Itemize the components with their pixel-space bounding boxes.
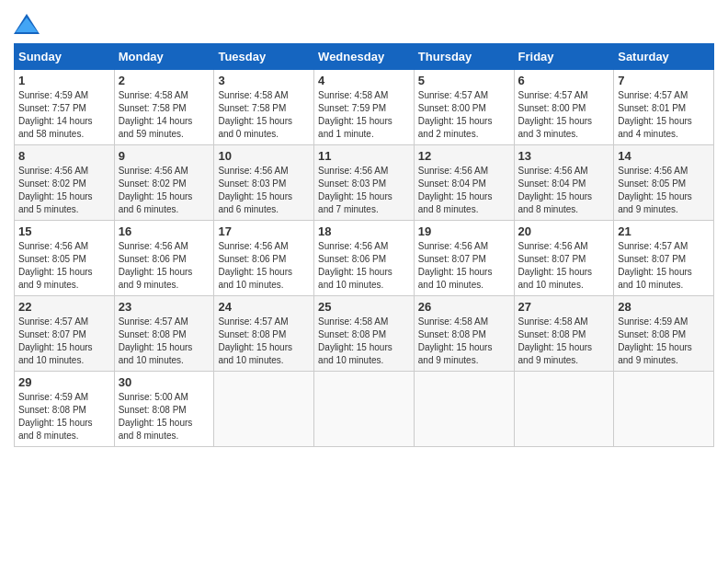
calendar-cell: 22Sunrise: 4:57 AM Sunset: 8:07 PM Dayli… <box>15 296 115 372</box>
day-number: 29 <box>18 375 110 389</box>
day-info: Sunrise: 4:56 AM Sunset: 8:06 PM Dayligh… <box>318 240 410 292</box>
day-number: 19 <box>418 224 510 238</box>
day-number: 13 <box>518 149 610 163</box>
day-number: 6 <box>518 74 610 87</box>
day-info: Sunrise: 4:58 AM Sunset: 7:59 PM Dayligh… <box>318 89 410 141</box>
day-number: 28 <box>618 300 710 314</box>
day-number: 2 <box>119 74 210 87</box>
day-number: 1 <box>18 74 110 87</box>
day-header-tuesday: Tuesday <box>214 44 314 70</box>
calendar-week-row: 22Sunrise: 4:57 AM Sunset: 8:07 PM Dayli… <box>15 296 714 372</box>
day-info: Sunrise: 4:59 AM Sunset: 7:57 PM Dayligh… <box>18 89 110 141</box>
day-header-sunday: Sunday <box>15 44 115 70</box>
day-number: 24 <box>218 300 310 314</box>
day-header-monday: Monday <box>114 44 214 70</box>
day-info: Sunrise: 4:58 AM Sunset: 8:08 PM Dayligh… <box>518 316 610 367</box>
day-number: 17 <box>218 224 310 238</box>
day-info: Sunrise: 4:58 AM Sunset: 8:08 PM Dayligh… <box>318 316 410 367</box>
calendar-cell <box>614 372 714 447</box>
calendar-cell: 8Sunrise: 4:56 AM Sunset: 8:02 PM Daylig… <box>15 145 115 221</box>
day-info: Sunrise: 4:57 AM Sunset: 8:01 PM Dayligh… <box>618 89 710 141</box>
day-number: 12 <box>418 149 510 163</box>
day-info: Sunrise: 4:57 AM Sunset: 8:00 PM Dayligh… <box>418 89 510 141</box>
calendar-cell: 13Sunrise: 4:56 AM Sunset: 8:04 PM Dayli… <box>514 145 614 221</box>
day-header-thursday: Thursday <box>414 44 514 70</box>
calendar-cell: 28Sunrise: 4:59 AM Sunset: 8:08 PM Dayli… <box>614 296 714 372</box>
day-number: 5 <box>418 74 510 87</box>
calendar-cell: 2Sunrise: 4:58 AM Sunset: 7:58 PM Daylig… <box>114 70 214 145</box>
calendar-cell: 5Sunrise: 4:57 AM Sunset: 8:00 PM Daylig… <box>414 70 514 145</box>
day-number: 25 <box>318 300 410 314</box>
day-number: 3 <box>218 74 310 87</box>
day-header-friday: Friday <box>514 44 614 70</box>
calendar-cell: 3Sunrise: 4:58 AM Sunset: 7:58 PM Daylig… <box>214 70 314 145</box>
day-info: Sunrise: 4:59 AM Sunset: 8:08 PM Dayligh… <box>618 316 710 367</box>
calendar-cell: 16Sunrise: 4:56 AM Sunset: 8:06 PM Dayli… <box>114 221 214 296</box>
day-info: Sunrise: 4:57 AM Sunset: 8:08 PM Dayligh… <box>119 316 210 367</box>
day-number: 4 <box>318 74 410 87</box>
calendar-cell: 6Sunrise: 4:57 AM Sunset: 8:00 PM Daylig… <box>514 70 614 145</box>
calendar-cell: 27Sunrise: 4:58 AM Sunset: 8:08 PM Dayli… <box>514 296 614 372</box>
day-info: Sunrise: 4:56 AM Sunset: 8:04 PM Dayligh… <box>418 165 510 216</box>
calendar-cell: 10Sunrise: 4:56 AM Sunset: 8:03 PM Dayli… <box>214 145 314 221</box>
days-header-row: SundayMondayTuesdayWednesdayThursdayFrid… <box>15 44 714 70</box>
calendar-cell: 21Sunrise: 4:57 AM Sunset: 8:07 PM Dayli… <box>614 221 714 296</box>
day-number: 26 <box>418 300 510 314</box>
day-number: 9 <box>119 149 210 163</box>
day-number: 10 <box>218 149 310 163</box>
calendar-cell <box>514 372 614 447</box>
logo <box>14 14 41 34</box>
day-info: Sunrise: 4:56 AM Sunset: 8:07 PM Dayligh… <box>518 240 610 292</box>
calendar-week-row: 8Sunrise: 4:56 AM Sunset: 8:02 PM Daylig… <box>15 145 714 221</box>
calendar-cell: 14Sunrise: 4:56 AM Sunset: 8:05 PM Dayli… <box>614 145 714 221</box>
calendar-cell: 29Sunrise: 4:59 AM Sunset: 8:08 PM Dayli… <box>15 372 115 447</box>
day-info: Sunrise: 4:56 AM Sunset: 8:02 PM Dayligh… <box>18 165 110 216</box>
day-number: 18 <box>318 224 410 238</box>
day-info: Sunrise: 4:56 AM Sunset: 8:06 PM Dayligh… <box>218 240 310 292</box>
calendar-cell: 15Sunrise: 4:56 AM Sunset: 8:05 PM Dayli… <box>15 221 115 296</box>
day-number: 27 <box>518 300 610 314</box>
calendar-cell: 7Sunrise: 4:57 AM Sunset: 8:01 PM Daylig… <box>614 70 714 145</box>
day-number: 11 <box>318 149 410 163</box>
calendar-cell: 24Sunrise: 4:57 AM Sunset: 8:08 PM Dayli… <box>214 296 314 372</box>
day-header-wednesday: Wednesday <box>314 44 415 70</box>
day-info: Sunrise: 4:57 AM Sunset: 8:00 PM Dayligh… <box>518 89 610 141</box>
day-number: 22 <box>18 300 110 314</box>
logo-icon <box>14 14 40 34</box>
day-number: 8 <box>18 149 110 163</box>
calendar-cell <box>214 372 314 447</box>
day-number: 15 <box>18 224 110 238</box>
day-number: 30 <box>119 375 210 389</box>
calendar-cell: 12Sunrise: 4:56 AM Sunset: 8:04 PM Dayli… <box>414 145 514 221</box>
calendar-cell: 4Sunrise: 4:58 AM Sunset: 7:59 PM Daylig… <box>314 70 415 145</box>
calendar-cell: 30Sunrise: 5:00 AM Sunset: 8:08 PM Dayli… <box>114 372 214 447</box>
day-info: Sunrise: 4:56 AM Sunset: 8:03 PM Dayligh… <box>218 165 310 216</box>
calendar-cell: 9Sunrise: 4:56 AM Sunset: 8:02 PM Daylig… <box>114 145 214 221</box>
day-number: 21 <box>618 224 710 238</box>
calendar-cell: 20Sunrise: 4:56 AM Sunset: 8:07 PM Dayli… <box>514 221 614 296</box>
day-info: Sunrise: 4:58 AM Sunset: 8:08 PM Dayligh… <box>418 316 510 367</box>
day-header-saturday: Saturday <box>614 44 714 70</box>
calendar-cell: 23Sunrise: 4:57 AM Sunset: 8:08 PM Dayli… <box>114 296 214 372</box>
calendar-cell: 11Sunrise: 4:56 AM Sunset: 8:03 PM Dayli… <box>314 145 415 221</box>
day-info: Sunrise: 4:56 AM Sunset: 8:02 PM Dayligh… <box>119 165 210 216</box>
calendar-cell: 17Sunrise: 4:56 AM Sunset: 8:06 PM Dayli… <box>214 221 314 296</box>
day-info: Sunrise: 4:56 AM Sunset: 8:05 PM Dayligh… <box>18 240 110 292</box>
day-info: Sunrise: 4:57 AM Sunset: 8:08 PM Dayligh… <box>218 316 310 367</box>
calendar-cell: 18Sunrise: 4:56 AM Sunset: 8:06 PM Dayli… <box>314 221 415 296</box>
day-info: Sunrise: 5:00 AM Sunset: 8:08 PM Dayligh… <box>119 391 210 442</box>
calendar-cell: 25Sunrise: 4:58 AM Sunset: 8:08 PM Dayli… <box>314 296 415 372</box>
calendar-cell: 1Sunrise: 4:59 AM Sunset: 7:57 PM Daylig… <box>15 70 115 145</box>
day-number: 7 <box>618 74 710 87</box>
day-info: Sunrise: 4:56 AM Sunset: 8:07 PM Dayligh… <box>418 240 510 292</box>
day-number: 14 <box>618 149 710 163</box>
day-number: 23 <box>119 300 210 314</box>
svg-marker-1 <box>16 17 38 32</box>
day-info: Sunrise: 4:59 AM Sunset: 8:08 PM Dayligh… <box>18 391 110 442</box>
calendar-cell <box>314 372 415 447</box>
day-info: Sunrise: 4:56 AM Sunset: 8:06 PM Dayligh… <box>119 240 210 292</box>
page-header <box>14 14 714 34</box>
day-info: Sunrise: 4:58 AM Sunset: 7:58 PM Dayligh… <box>218 89 310 141</box>
day-info: Sunrise: 4:56 AM Sunset: 8:05 PM Dayligh… <box>618 165 710 216</box>
calendar-cell: 26Sunrise: 4:58 AM Sunset: 8:08 PM Dayli… <box>414 296 514 372</box>
